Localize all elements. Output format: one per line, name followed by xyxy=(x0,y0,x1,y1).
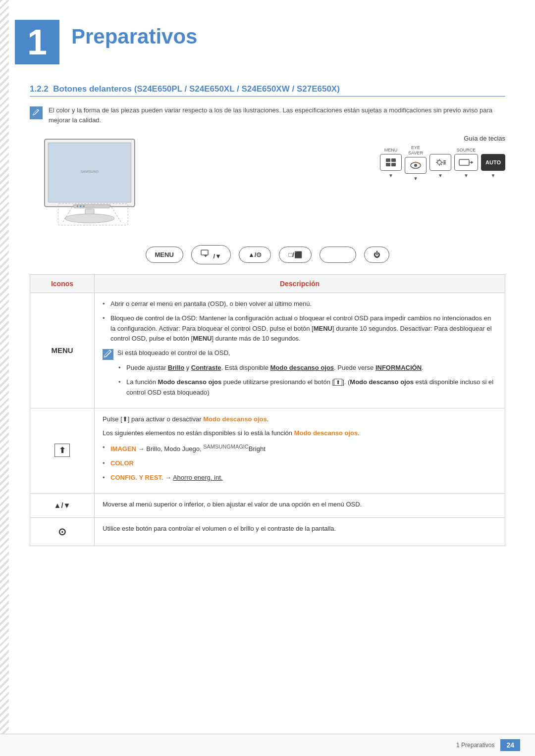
list-item: Bloqueo de control de la OSD: Mantener l… xyxy=(103,313,497,344)
key-btn-menu[interactable] xyxy=(380,154,402,171)
svg-point-6 xyxy=(83,205,85,207)
icon-updown-label: ▲/▼ xyxy=(54,501,71,509)
svg-rect-34 xyxy=(201,250,208,255)
key-btn-auto[interactable]: AUTO xyxy=(481,154,505,171)
key-group-menu: MENU ▼ xyxy=(380,148,402,178)
list-item: Puede ajustar Brillo y Contraste. Está d… xyxy=(118,363,497,373)
note-icon xyxy=(30,106,43,119)
desc-cell-up: Pulse [⬆] para activar o desactivar Modo… xyxy=(95,408,505,493)
key-group-brightness: ▼ xyxy=(429,148,451,178)
chapter-number: 1 xyxy=(15,20,59,64)
svg-marker-33 xyxy=(471,161,473,164)
svg-point-21 xyxy=(437,160,441,164)
col-header-icons: Iconos xyxy=(30,275,95,293)
table-row: ⊙ Utilice este botón para controlar el v… xyxy=(30,517,505,546)
btn-auto[interactable]: AUTO xyxy=(320,247,357,263)
icon-circle-symbol: ⊙ xyxy=(58,526,66,537)
key-btn-brightness[interactable] xyxy=(429,154,451,171)
chapter-title: Preparativos xyxy=(59,15,197,49)
note-box: El color y la forma de las piezas pueden… xyxy=(30,105,505,125)
desc-sublist-menu: Puede ajustar Brillo y Contraste. Está d… xyxy=(103,363,497,398)
svg-rect-28 xyxy=(443,160,446,161)
section-title: 1.2.2 Botones delanteros (S24E650PL / S2… xyxy=(30,84,505,97)
page-header: 1 Preparativos xyxy=(0,0,535,69)
svg-rect-3 xyxy=(74,204,110,208)
config-label: CONFIG. Y REST. xyxy=(110,474,163,481)
list-item: Abrir o cerrar el menú en pantalla (OSD)… xyxy=(103,299,497,309)
icon-cell-updown: ▲/▼ xyxy=(30,493,95,517)
btn-up-circle-label: ▲/⊙ xyxy=(248,251,262,258)
svg-point-5 xyxy=(80,205,82,207)
desc-cell-menu: Abrir o cerrar el menú en pantalla (OSD)… xyxy=(95,293,505,408)
btn-nav-down[interactable]: /▼ xyxy=(191,245,231,264)
note-inline-icon xyxy=(103,349,113,360)
svg-rect-12 xyxy=(386,158,390,162)
svg-point-17 xyxy=(414,164,417,167)
btn-auto-label: AUTO xyxy=(329,251,347,258)
desc-text-circle: Utilice este botón para controlar el vol… xyxy=(103,524,497,534)
key-arrow-auto: ▼ xyxy=(491,173,496,178)
svg-text:SAMSUNG: SAMSUNG xyxy=(81,169,99,174)
svg-line-27 xyxy=(441,164,442,165)
monitor-diagram: SAMSUNG xyxy=(30,135,159,235)
desc-sublist-up: IMAGEN → Brillo, Modo Juego, SAMSUNGMAGI… xyxy=(103,443,497,483)
svg-rect-29 xyxy=(443,162,446,163)
keyboard-guide: Guía de teclas MENU ▼ EYESAVER xyxy=(178,135,505,181)
page-footer: 1 Preparativos 24 xyxy=(0,734,535,756)
svg-rect-14 xyxy=(386,163,390,166)
menu-grid-icon xyxy=(385,158,396,167)
list-item: IMAGEN → Brillo, Modo Juego, SAMSUNGMAGI… xyxy=(103,443,497,454)
key-icons-row: MENU ▼ EYESAVER xyxy=(178,145,505,181)
return-icon xyxy=(201,250,212,258)
note-inline-text: Si está bloqueado el control de la OSD, xyxy=(117,348,230,358)
list-item: CONFIG. Y REST. → Ahorro energ. int. xyxy=(103,473,497,483)
key-group-source: SOURCE ▼ xyxy=(454,148,478,178)
brightness-icon xyxy=(434,158,446,167)
col-header-description: Descripción xyxy=(95,275,505,293)
btn-up-circle[interactable]: ▲/⊙ xyxy=(239,247,271,263)
table-row: MENU Abrir o cerrar el menú en pantalla … xyxy=(30,293,505,408)
key-arrow-menu: ▼ xyxy=(388,173,393,178)
icon-cell-menu: MENU xyxy=(30,293,95,408)
btn-menu[interactable]: MENU xyxy=(146,247,183,263)
key-arrow-brightness: ▼ xyxy=(438,173,443,178)
btn-dual-label: □/⬛ xyxy=(288,251,302,258)
svg-point-8 xyxy=(65,214,114,223)
key-arrow-source: ▼ xyxy=(464,173,469,178)
table-row: ▲/▼ Moverse al menú superior o inferior,… xyxy=(30,493,505,517)
footer-chapter-label: 1 Preparativos xyxy=(456,742,494,749)
svg-rect-13 xyxy=(391,158,396,162)
btn-power-label: ⏻ xyxy=(374,251,380,258)
svg-rect-30 xyxy=(443,163,446,164)
btn-power[interactable]: ⏻ xyxy=(364,247,389,263)
eye-icon xyxy=(410,161,422,170)
btn-dual[interactable]: □/⬛ xyxy=(279,247,311,263)
desc-text: Pulse [⬆] para activar o desactivar Modo… xyxy=(103,414,497,425)
icon-cell-up: ⬆ xyxy=(30,408,95,493)
pencil-icon xyxy=(32,108,41,117)
diagram-area: SAMSUNG Guía de teclas MENU xyxy=(30,135,505,235)
key-label-source: SOURCE xyxy=(457,148,476,153)
key-group-eye: EYESAVER ▼ xyxy=(405,145,427,181)
desc-text-updown: Moverse al menú superior o inferior, o b… xyxy=(103,500,497,510)
bottom-buttons-row: MENU /▼ ▲/⊙ □/⬛ AUTO ⏻ xyxy=(30,245,505,264)
imagen-label: IMAGEN xyxy=(110,446,136,453)
icon-cell-circle: ⊙ xyxy=(30,517,95,546)
btn-nav-down-label: /▼ xyxy=(201,250,221,260)
key-label-menu: MENU xyxy=(384,148,398,153)
stripe-decoration xyxy=(0,0,9,756)
footer-page-number: 24 xyxy=(500,739,520,751)
key-btn-source[interactable] xyxy=(454,154,478,171)
source-icon xyxy=(459,158,474,167)
key-group-auto: AUTO ▼ xyxy=(481,148,505,178)
icon-up-symbol: ⬆ xyxy=(54,444,70,457)
svg-point-4 xyxy=(77,205,79,207)
svg-line-19 xyxy=(419,163,420,164)
desc-cell-circle: Utilice este botón para controlar el vol… xyxy=(95,517,505,546)
list-item: COLOR xyxy=(103,458,497,469)
note-text: El color y la forma de las piezas pueden… xyxy=(49,105,505,125)
svg-rect-15 xyxy=(391,163,396,166)
key-btn-eye[interactable] xyxy=(405,157,427,174)
key-label-auto xyxy=(492,148,494,153)
color-label: COLOR xyxy=(110,459,134,467)
